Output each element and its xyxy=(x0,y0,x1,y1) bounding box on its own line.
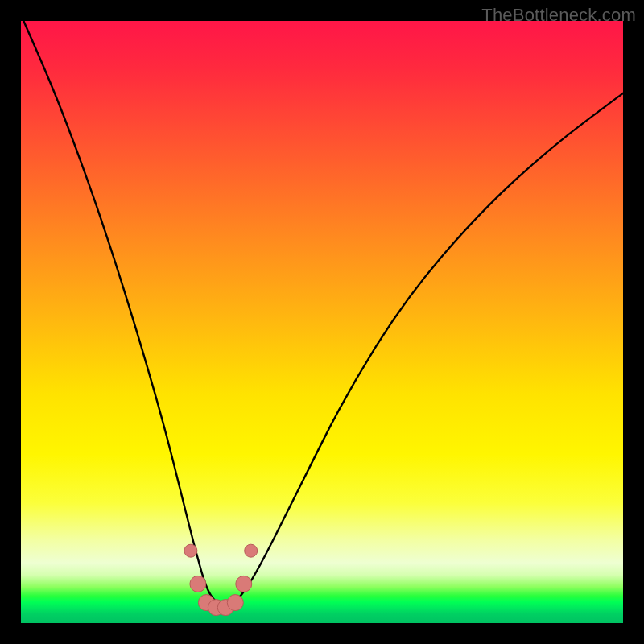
valley-marker xyxy=(190,576,206,592)
valley-marker xyxy=(236,576,252,592)
chart-frame: TheBottleneck.com xyxy=(0,0,644,644)
bottleneck-curve-svg xyxy=(21,21,623,623)
watermark-text: TheBottleneck.com xyxy=(481,5,636,26)
bottleneck-curve xyxy=(21,15,623,605)
valley-marker-group xyxy=(184,544,258,615)
valley-marker xyxy=(245,544,258,557)
valley-marker xyxy=(184,544,197,557)
valley-marker xyxy=(227,595,243,611)
